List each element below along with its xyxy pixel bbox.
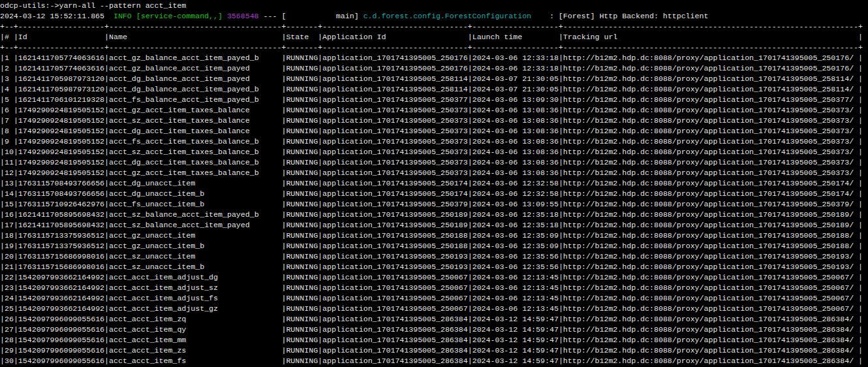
- cell-application-id: application_1701741395005_286384: [322, 315, 468, 323]
- table-border: |: [14, 33, 18, 41]
- cell-num: 6: [5, 106, 14, 114]
- table-row: |6 |1749290924819505152|acct_gz_acct_ite…: [0, 105, 868, 116]
- cell-name: acct_acct_item_fs: [109, 357, 281, 365]
- table-border: |: [559, 95, 563, 104]
- table-border: |: [104, 106, 109, 114]
- table-row: |25|1542097993662164992|acct_acct_item_a…: [0, 304, 868, 314]
- cell-id: 1621411705987973120: [18, 74, 104, 83]
- cell-tracking-url: http://b12m2.hdp.dc:8088/proxy/applicati…: [563, 263, 858, 271]
- cell-tracking-url: http://b12m2.hdp.dc:8088/proxy/applicati…: [563, 168, 858, 177]
- table-row: |19|1763115713375936512|acct_gz_unacct_i…: [0, 241, 868, 251]
- cell-tracking-url: http://b12m2.hdp.dc:8088/proxy/applicati…: [563, 273, 858, 281]
- cell-application-id: application_1701741395005_286384: [322, 357, 468, 365]
- table-border: |: [104, 210, 109, 219]
- cell-launch-time: 2024-03-06 12:13:45: [473, 283, 559, 292]
- table-border: |: [104, 221, 109, 229]
- table-border: |: [14, 137, 18, 146]
- table-border: |: [858, 252, 863, 261]
- table-border: |: [858, 85, 863, 93]
- cell-num: 30: [5, 357, 14, 365]
- table-row: |12|1749290924819505152|acct_gz_acct_ite…: [0, 168, 868, 178]
- table-border: |: [559, 158, 563, 167]
- table-border: |: [468, 221, 473, 229]
- cell-state: RUNNING: [286, 137, 318, 146]
- table-border: |: [14, 336, 18, 344]
- cell-launch-time: 2024-03-12 14:59:47: [473, 325, 559, 334]
- table-row: |11|1749290924819505152|acct_dg_acct_ite…: [0, 157, 868, 168]
- table-border: |: [104, 294, 109, 302]
- cell-id: 1542097996099055616: [18, 357, 104, 365]
- table-border: |: [104, 283, 109, 292]
- table-border: |: [0, 346, 5, 355]
- table-row: |22|1542097993662164992|acct_acct_item_a…: [0, 272, 868, 283]
- table-border: |: [14, 252, 18, 261]
- table-border: |: [858, 304, 863, 313]
- table-border: |: [0, 294, 5, 302]
- cell-id: 1749290924819505152: [18, 127, 104, 135]
- table-border: |: [468, 210, 473, 219]
- table-border: |: [104, 357, 109, 365]
- table-border: |: [858, 64, 863, 72]
- cell-state: RUNNING: [286, 127, 318, 135]
- cell-application-id: application_1701741395005_250189: [322, 221, 468, 229]
- cell-name: acct_gz_balance_acct_item_payed: [109, 64, 281, 72]
- cell-state: RUNNING: [286, 148, 318, 156]
- table-border: |: [468, 263, 473, 271]
- table-border: |: [858, 189, 863, 198]
- cell-state: RUNNING: [286, 116, 318, 125]
- table-border: |: [104, 54, 109, 62]
- table-separator: +--+-------------------+----------------…: [0, 22, 868, 32]
- table-border: |: [14, 85, 18, 93]
- table-row: |13|1763115708493766656|acct_dg_unacct_i…: [0, 178, 868, 189]
- table-border: |: [858, 54, 863, 62]
- cell-launch-time: 2024-03-06 13:08:36: [473, 168, 559, 177]
- table-border: |: [858, 283, 863, 292]
- cell-name: acct_acct_item_qy: [109, 325, 281, 334]
- cell-launch-time: 2024-03-06 12:13:45: [473, 294, 559, 302]
- cell-state: RUNNING: [286, 357, 318, 365]
- table-row: |30|1542097996099055616|acct_acct_item_f…: [0, 356, 868, 366]
- cell-launch-time: 2024-03-06 12:35:18: [473, 210, 559, 219]
- table-border: |: [858, 148, 863, 156]
- cell-id: 1763115715686998016: [18, 263, 104, 271]
- cell-tracking-url: http://b12m2.hdp.dc:8088/proxy/applicati…: [563, 210, 858, 219]
- cell-num: 23: [5, 283, 14, 292]
- cell-tracking-url: http://b12m2.hdp.dc:8088/proxy/applicati…: [563, 158, 858, 167]
- table-separator: +--+-------------------+----------------…: [0, 42, 868, 53]
- cell-tracking-url: http://b12m2.hdp.dc:8088/proxy/applicati…: [563, 336, 858, 344]
- table-border: |: [14, 54, 18, 62]
- table-border: |: [468, 158, 473, 167]
- cell-num: 26: [5, 315, 14, 323]
- table-row: |10|1749290924819505152|acct_sz_acct_ite…: [0, 147, 868, 157]
- cell-state: RUNNING: [286, 85, 318, 93]
- cell-application-id: application_1701741395005_250373: [322, 127, 468, 135]
- table-border: |: [0, 231, 5, 240]
- table-border: |: [0, 336, 5, 344]
- cell-num: 15: [5, 200, 14, 208]
- table-border: |: [104, 33, 109, 41]
- terminal-screen[interactable]: odcp-utils:->yarn-all --pattern acct_ite…: [0, 0, 868, 367]
- table-border: |: [468, 315, 473, 323]
- cell-launch-time: 2024-03-12 14:59:47: [473, 315, 559, 323]
- cell-launch-time: 2024-03-06 13:08:36: [473, 127, 559, 135]
- cell-application-id: application_1701741395005_250193: [322, 252, 468, 261]
- table-row: |16|1621411705895698432|acct_sz_balance_…: [0, 210, 868, 220]
- log-pid: 3568548: [223, 12, 259, 20]
- cell-state: RUNNING: [286, 263, 318, 271]
- table-border: |: [14, 148, 18, 156]
- cell-num: 12: [5, 168, 14, 177]
- table-border: |: [468, 95, 473, 104]
- cell-application-id: application_1701741395005_286384: [322, 336, 468, 344]
- table-border: |: [858, 336, 863, 344]
- cell-id: 1763115710926462976: [18, 200, 104, 208]
- cell-application-id: application_1701741395005_258114: [322, 74, 468, 83]
- cell-state: RUNNING: [286, 64, 318, 72]
- cell-launch-time: 2024-03-06 12:35:09: [473, 231, 559, 240]
- cell-id: 1749290924819505152: [18, 148, 104, 156]
- table-border: |: [559, 127, 563, 135]
- table-border: |: [14, 158, 18, 167]
- table-border: |: [559, 273, 563, 281]
- table-border: |: [104, 304, 109, 313]
- column-header-tracking-url: Tracking url: [563, 33, 858, 41]
- table-border: |: [104, 85, 109, 93]
